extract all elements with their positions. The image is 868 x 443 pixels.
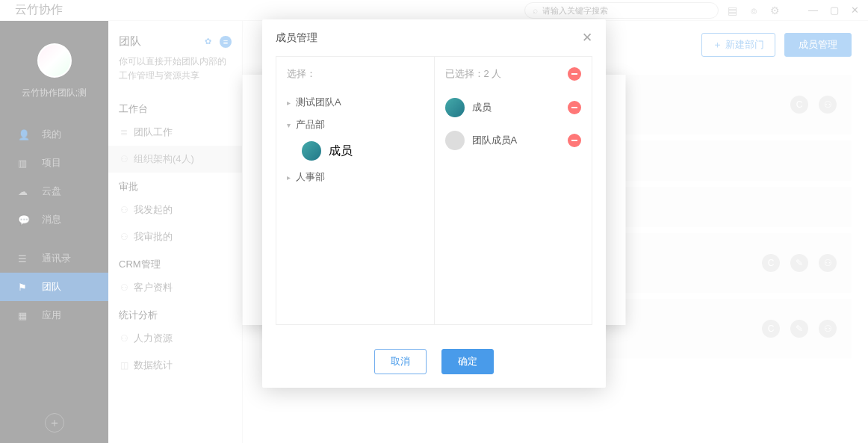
picker-tree: 选择： ▸测试团队A ▾产品部 成员 ▸人事部 — [276, 57, 435, 324]
modal-body: 选择： ▸测试团队A ▾产品部 成员 ▸人事部 已选择：2 人 成员 — [262, 56, 606, 335]
modal-overlay: 成员管理 ✕ 选择： ▸测试团队A ▾产品部 成员 ▸人事部 已选择：2 人 — [0, 0, 868, 443]
ok-button[interactable]: 确定 — [441, 349, 494, 374]
remove-all-button[interactable] — [568, 67, 581, 81]
tree-node-product[interactable]: ▾产品部 — [276, 114, 434, 136]
tree-node-team-a[interactable]: ▸测试团队A — [276, 91, 434, 114]
modal-header: 成员管理 ✕ — [262, 19, 606, 56]
tree-node-hr[interactable]: ▸人事部 — [276, 166, 434, 188]
chevron-right-icon: ▸ — [287, 173, 296, 182]
member-picker: 选择： ▸测试团队A ▾产品部 成员 ▸人事部 已选择：2 人 成员 — [276, 56, 592, 325]
picker-right-header: 已选择：2 人 — [435, 57, 592, 91]
modal-footer: 取消 确定 — [262, 335, 606, 388]
picker-left-label: 选择： — [276, 57, 434, 91]
remove-button[interactable] — [568, 101, 581, 114]
remove-button[interactable] — [568, 134, 581, 147]
avatar-icon — [445, 131, 465, 150]
tree-member[interactable]: 成员 — [276, 136, 434, 166]
member-mgmt-modal: 成员管理 ✕ 选择： ▸测试团队A ▾产品部 成员 ▸人事部 已选择：2 人 — [262, 19, 606, 388]
modal-close-icon[interactable]: ✕ — [582, 30, 592, 46]
selected-member: 团队成员A — [435, 124, 592, 157]
picker-right-label: 已选择：2 人 — [445, 67, 502, 81]
chevron-right-icon: ▸ — [287, 99, 296, 107]
avatar-icon — [445, 98, 465, 117]
selected-member: 成员 — [435, 91, 592, 124]
modal-title: 成员管理 — [276, 31, 317, 45]
chevron-down-icon: ▾ — [287, 121, 296, 129]
avatar-icon — [302, 141, 321, 161]
picker-selected: 已选择：2 人 成员 团队成员A — [435, 57, 592, 324]
cancel-button[interactable]: 取消 — [374, 349, 427, 374]
